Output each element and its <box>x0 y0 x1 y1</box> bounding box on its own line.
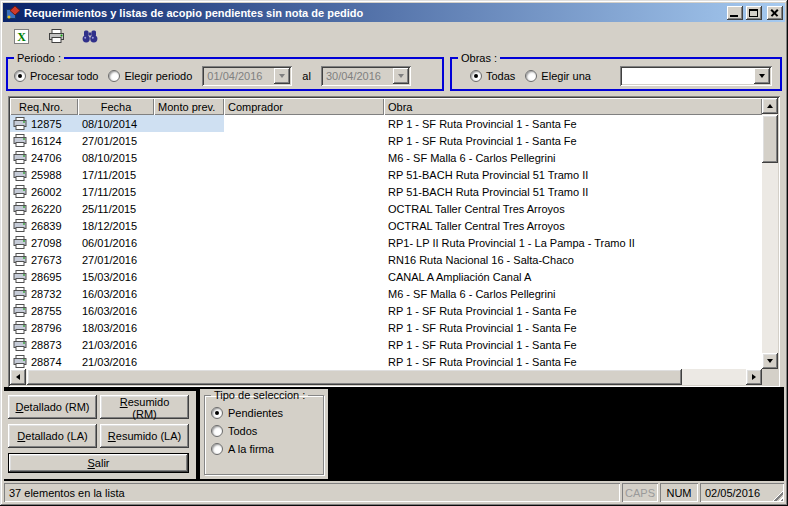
close-button[interactable] <box>767 6 783 20</box>
tipo-seleccion-area: Tipo de seleccion : Pendientes Todos A l… <box>200 389 328 479</box>
comprador-cell <box>224 319 384 336</box>
obra-cell: OCTRAL Taller Central Tres Arroyos <box>384 200 762 217</box>
col-header-fecha[interactable]: Fecha <box>78 98 154 115</box>
scroll-down-button[interactable] <box>762 353 778 369</box>
comprador-cell <box>224 132 384 149</box>
req-cell: 26220 <box>10 200 78 217</box>
vertical-scrollbar[interactable] <box>762 98 778 369</box>
radio-a-la-firma-label: A la firma <box>228 443 274 455</box>
monto-cell <box>154 336 224 353</box>
monto-cell <box>154 115 224 132</box>
arrow-left-icon <box>16 374 20 380</box>
monto-cell <box>154 149 224 166</box>
maximize-button[interactable] <box>746 6 762 20</box>
req-cell: 28695 <box>10 268 78 285</box>
table-row[interactable]: 28874 21/03/2016 RP 1 - SF Ruta Provinci… <box>10 353 762 369</box>
table-row[interactable]: 25988 17/11/2015 RP 51-BACH Ruta Provinc… <box>10 166 762 183</box>
radio-pendientes[interactable]: Pendientes <box>211 407 317 419</box>
monto-cell <box>154 319 224 336</box>
radio-a-la-firma[interactable]: A la firma <box>211 443 317 455</box>
col-header-obra[interactable]: Obra <box>384 98 762 115</box>
scroll-right-button[interactable] <box>746 369 762 385</box>
radio-elegir-una[interactable]: Elegir una <box>525 70 591 82</box>
obras-group-label: Obras : <box>458 52 500 64</box>
obra-select-dropdown-button[interactable] <box>754 68 770 84</box>
req-cell: 12875 <box>10 115 78 132</box>
req-cell: 25988 <box>10 166 78 183</box>
find-icon <box>81 28 99 47</box>
table-row[interactable]: 28695 15/03/2016 CANAL A Ampliación Cana… <box>10 268 762 285</box>
minimize-button[interactable] <box>727 6 743 20</box>
horizontal-scroll-thumb[interactable] <box>27 369 682 385</box>
col-header-comprador[interactable]: Comprador <box>224 98 384 115</box>
date-from-field: 01/04/2016 <box>202 66 292 86</box>
table-row[interactable]: 26220 25/11/2015 OCTRAL Taller Central T… <box>10 200 762 217</box>
print-icon <box>48 28 65 47</box>
radio-todos-label: Todos <box>228 425 257 437</box>
obra-cell: M6 - SF Malla 6 - Carlos Pellegrini <box>384 149 762 166</box>
fecha-cell: 21/03/2016 <box>78 353 154 369</box>
obra-cell: RP 51-BACH Ruta Provincial 51 Tramo II <box>384 166 762 183</box>
print-button[interactable] <box>43 26 69 50</box>
chevron-down-icon <box>398 74 404 78</box>
obra-cell: RP 1 - SF Ruta Provincial 1 - Santa Fe <box>384 336 762 353</box>
arrow-down-icon <box>767 359 773 363</box>
status-date-value: 02/05/2016 <box>705 487 760 499</box>
table-row[interactable]: 27098 06/01/2016 RP1- LP II Ruta Provinc… <box>10 234 762 251</box>
fecha-cell: 06/01/2016 <box>78 234 154 251</box>
table-row[interactable]: 27673 27/01/2016 RN16 Ruta Nacional 16 -… <box>10 251 762 268</box>
fecha-cell: 18/12/2015 <box>78 217 154 234</box>
table-row[interactable]: 28873 21/03/2016 RP 1 - SF Ruta Provinci… <box>10 336 762 353</box>
comprador-cell <box>224 183 384 200</box>
col-header-req-nro[interactable]: Req.Nro. <box>10 98 78 115</box>
table-row[interactable]: 16124 27/01/2015 RP 1 - SF Ruta Provinci… <box>10 132 762 149</box>
table-row[interactable]: 12875 08/10/2014 RP 1 - SF Ruta Provinci… <box>10 115 762 132</box>
radio-todos-indicator <box>211 425 223 437</box>
obra-cell: RP1- LP II Ruta Provincial 1 - La Pampa … <box>384 234 762 251</box>
req-cell: 28873 <box>10 336 78 353</box>
scroll-up-button[interactable] <box>762 98 778 114</box>
radio-todos[interactable]: Todos <box>211 425 317 437</box>
req-cell: 16124 <box>10 132 78 149</box>
filters-section: Periodo : Procesar todo Elegir periodo 0… <box>4 52 784 94</box>
fecha-cell: 16/03/2016 <box>78 285 154 302</box>
vertical-scroll-thumb[interactable] <box>762 115 778 163</box>
table-row[interactable]: 24706 08/10/2015 M6 - SF Malla 6 - Carlo… <box>10 149 762 166</box>
caps-indicator: CAPS <box>622 483 658 502</box>
col-header-monto-prev[interactable]: Monto prev. <box>154 98 224 115</box>
req-number: 28695 <box>31 271 62 283</box>
radio-elegir-periodo[interactable]: Elegir periodo <box>108 70 192 82</box>
resumido-la-button[interactable]: Resumido (LA) <box>100 424 189 448</box>
detallado-rm-button[interactable]: Detallado (RM) <box>8 395 97 419</box>
table-row[interactable]: 28732 16/03/2016 M6 - SF Malla 6 - Carlo… <box>10 285 762 302</box>
table-row[interactable]: 26002 17/11/2015 RP 51-BACH Ruta Provinc… <box>10 183 762 200</box>
find-button[interactable] <box>77 26 103 50</box>
obra-cell: RP 51-BACH Ruta Provincial 51 Tramo II <box>384 183 762 200</box>
table-row[interactable]: 26839 18/12/2015 OCTRAL Taller Central T… <box>10 217 762 234</box>
resumido-rm-button[interactable]: Resumido (RM) <box>100 395 189 419</box>
table-row[interactable]: 28755 16/03/2016 RP 1 - SF Ruta Provinci… <box>10 302 762 319</box>
maximize-icon <box>749 9 758 17</box>
excel-export-button[interactable]: X <box>9 26 35 50</box>
toolbar: X <box>4 24 784 51</box>
requisition-icon <box>13 253 28 266</box>
svg-text:X: X <box>17 30 26 44</box>
horizontal-scrollbar[interactable] <box>10 369 762 385</box>
salir-button[interactable]: Salir <box>8 453 189 473</box>
obras-group: Obras : Todas Elegir una <box>450 52 782 91</box>
req-number: 26220 <box>31 203 62 215</box>
requisition-icon <box>13 304 28 317</box>
tipo-seleccion-group: Tipo de seleccion : Pendientes Todos A l… <box>204 389 324 475</box>
requisition-icon <box>13 355 28 368</box>
req-cell: 28874 <box>10 353 78 369</box>
scroll-left-button[interactable] <box>10 369 26 385</box>
resize-grip[interactable] <box>770 488 783 501</box>
radio-todas[interactable]: Todas <box>470 70 515 82</box>
app-window: Requerimientos y listas de acopio pendie… <box>0 0 788 506</box>
table-row[interactable]: 28796 18/03/2016 RP 1 - SF Ruta Provinci… <box>10 319 762 336</box>
req-cell: 27673 <box>10 251 78 268</box>
obra-select[interactable] <box>620 66 772 86</box>
detallado-la-button[interactable]: Detallado (LA) <box>8 424 97 448</box>
radio-elegir-periodo-indicator <box>108 70 120 82</box>
radio-procesar-todo[interactable]: Procesar todo <box>14 70 98 82</box>
